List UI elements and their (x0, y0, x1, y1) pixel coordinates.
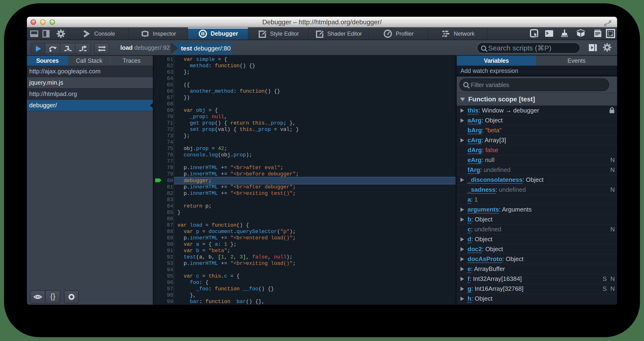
svg-text:{}: {} (50, 292, 56, 300)
